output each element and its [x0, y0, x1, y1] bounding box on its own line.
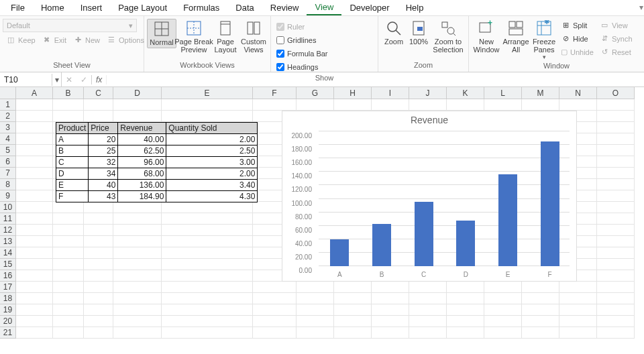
cell-G20[interactable]	[297, 316, 334, 327]
cell-H19[interactable]	[334, 304, 372, 316]
cell-L20[interactable]	[484, 316, 522, 327]
cell-J20[interactable]	[409, 316, 447, 327]
table-cell[interactable]: 184.90	[118, 191, 166, 202]
cancel-formula-button[interactable]: ✕	[62, 75, 76, 84]
column-header-H[interactable]: H	[334, 87, 372, 99]
arrange-all-button[interactable]: Arrange All	[501, 19, 531, 55]
row-header-16[interactable]: 16	[0, 270, 16, 282]
options-button[interactable]: ☰Options	[103, 34, 148, 47]
zoom-button[interactable]: Zoom	[381, 19, 407, 47]
cell-E1[interactable]	[162, 99, 253, 111]
cell-C14[interactable]	[84, 247, 113, 259]
cell-G1[interactable]	[297, 99, 334, 111]
cell-D13[interactable]	[113, 236, 162, 247]
cell-K20[interactable]	[447, 316, 484, 327]
column-header-F[interactable]: F	[253, 87, 297, 99]
cell-B18[interactable]	[53, 293, 84, 304]
table-cell[interactable]: A	[56, 134, 89, 145]
cell-O8[interactable]	[597, 179, 635, 190]
table-cell[interactable]: 96.00	[118, 157, 166, 168]
cell-E12[interactable]	[162, 225, 253, 236]
table-cell[interactable]: 32	[89, 157, 118, 168]
table-cell[interactable]: B	[56, 145, 89, 157]
row-header-21[interactable]: 21	[0, 327, 16, 339]
fx-label[interactable]: fx	[91, 75, 107, 84]
cell-B1[interactable]	[53, 99, 84, 111]
enter-formula-button[interactable]: ✓	[76, 75, 91, 84]
cell-C2[interactable]	[84, 111, 113, 122]
table-cell[interactable]: C	[56, 157, 89, 168]
cell-C20[interactable]	[84, 316, 113, 327]
row-header-15[interactable]: 15	[0, 259, 16, 270]
table-cell[interactable]: E	[56, 180, 89, 191]
cell-C15[interactable]	[84, 259, 113, 270]
zoom-to-selection-button[interactable]: Zoom to Selection	[431, 19, 466, 55]
cell-D1[interactable]	[113, 99, 162, 111]
cell-B11[interactable]	[53, 213, 84, 225]
row-header-17[interactable]: 17	[0, 282, 16, 293]
cell-M1[interactable]	[522, 99, 559, 111]
hide-button[interactable]: ⊘Hide	[557, 32, 596, 46]
formula-bar-checkbox[interactable]: Formula Bar	[274, 47, 331, 60]
cell-F18[interactable]	[253, 293, 297, 304]
cell-J21[interactable]	[409, 327, 447, 339]
cell-C10[interactable]	[84, 202, 113, 213]
cell-I20[interactable]	[372, 316, 409, 327]
cell-B17[interactable]	[53, 282, 84, 293]
cell-O5[interactable]	[597, 145, 635, 156]
chart-bar-A[interactable]	[330, 239, 349, 266]
row-header-14[interactable]: 14	[0, 247, 16, 259]
cell-A12[interactable]	[16, 225, 53, 236]
keep-button[interactable]: ◫Keep	[3, 34, 39, 47]
menu-tab-insert[interactable]: Insert	[72, 1, 111, 15]
menu-tab-file[interactable]: File	[3, 1, 33, 15]
cell-B21[interactable]	[53, 327, 84, 339]
unhide-button[interactable]: ▢Unhide	[557, 46, 596, 59]
cell-D15[interactable]	[113, 259, 162, 270]
row-header-10[interactable]: 10	[0, 202, 16, 213]
cell-A8[interactable]	[16, 179, 53, 190]
cell-D20[interactable]	[113, 316, 162, 327]
cell-B16[interactable]	[53, 270, 84, 282]
table-cell[interactable]: 40	[89, 180, 118, 191]
formula-input[interactable]	[107, 74, 644, 86]
table-cell[interactable]: 43	[89, 191, 118, 202]
freeze-panes-button[interactable]: ✱ Freeze Panes ▾	[531, 19, 557, 62]
cell-N19[interactable]	[559, 304, 597, 316]
cell-I1[interactable]	[372, 99, 409, 111]
data-table[interactable]: ProductPriceRevenueQuantity SoldA2040.00…	[56, 122, 258, 202]
cell-O15[interactable]	[597, 259, 635, 270]
cell-N1[interactable]	[559, 99, 597, 111]
table-cell[interactable]: 3.00	[166, 157, 258, 168]
cell-D2[interactable]	[113, 111, 162, 122]
cell-N21[interactable]	[559, 327, 597, 339]
cell-H18[interactable]	[334, 293, 372, 304]
cell-F20[interactable]	[253, 316, 297, 327]
row-header-5[interactable]: 5	[0, 145, 16, 156]
row-header-1[interactable]: 1	[0, 99, 16, 111]
cell-E16[interactable]	[162, 270, 253, 282]
cell-B19[interactable]	[53, 304, 84, 316]
cell-L18[interactable]	[484, 293, 522, 304]
cell-M21[interactable]	[522, 327, 559, 339]
page-break-preview-button[interactable]: Page Break Preview	[176, 19, 211, 55]
cell-E21[interactable]	[162, 327, 253, 339]
cell-L1[interactable]	[484, 99, 522, 111]
cell-O13[interactable]	[597, 236, 635, 247]
cell-E17[interactable]	[162, 282, 253, 293]
cell-A14[interactable]	[16, 247, 53, 259]
select-all-corner[interactable]	[0, 87, 16, 99]
table-cell[interactable]: 136.00	[118, 180, 166, 191]
row-header-18[interactable]: 18	[0, 293, 16, 304]
cell-D18[interactable]	[113, 293, 162, 304]
cell-A20[interactable]	[16, 316, 53, 327]
menu-tab-page-layout[interactable]: Page Layout	[110, 1, 175, 15]
cell-K21[interactable]	[447, 327, 484, 339]
column-header-C[interactable]: C	[84, 87, 113, 99]
cell-H1[interactable]	[334, 99, 372, 111]
column-header-A[interactable]: A	[16, 87, 53, 99]
cell-L21[interactable]	[484, 327, 522, 339]
cell-O2[interactable]	[597, 111, 635, 122]
cell-A21[interactable]	[16, 327, 53, 339]
cell-I19[interactable]	[372, 304, 409, 316]
